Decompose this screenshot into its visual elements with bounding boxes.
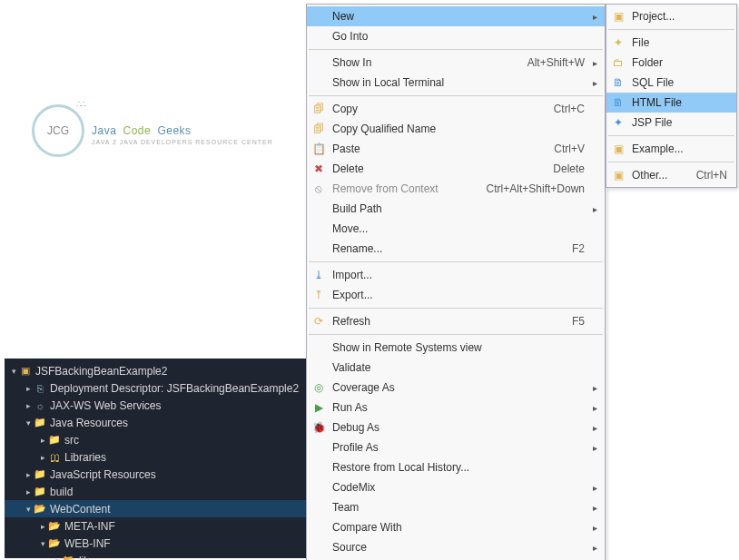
menu-show-remote[interactable]: Show in Remote Systems view bbox=[307, 338, 605, 358]
submenu-file[interactable]: ✦File bbox=[606, 33, 736, 53]
submenu-folder[interactable]: 🗀Folder bbox=[606, 53, 736, 73]
tree-java-resources[interactable]: ▾📁Java Resources bbox=[5, 414, 340, 431]
context-menu: New▸ Go Into Show InAlt+Shift+W▸ Show in… bbox=[306, 4, 606, 560]
menu-codemix[interactable]: CodeMix▸ bbox=[307, 477, 605, 497]
project-explorer[interactable]: ▾▣JSFBackingBeanExample2 ▸⎘Deployment De… bbox=[5, 359, 340, 558]
menu-rename[interactable]: Rename...F2 bbox=[307, 239, 605, 259]
submenu-new: ▣Project... ✦File 🗀Folder 🗎SQL File 🗎HTM… bbox=[606, 4, 737, 188]
menu-debug-as[interactable]: 🐞Debug As▸ bbox=[307, 418, 605, 437]
menu-profile-as[interactable]: Profile As▸ bbox=[307, 437, 605, 457]
tree-lib[interactable]: ▾📂lib bbox=[5, 552, 340, 560]
logo-badge: ∴∴ JCG bbox=[32, 104, 84, 157]
menu-import[interactable]: ⤓Import... bbox=[307, 265, 605, 285]
menu-coverage-as[interactable]: ◎Coverage As▸ bbox=[307, 378, 605, 398]
menu-separator bbox=[608, 162, 734, 162]
menu-show-local-terminal[interactable]: Show in Local Terminal▸ bbox=[307, 73, 605, 93]
tree-libraries[interactable]: ▸🕮Libraries bbox=[5, 448, 340, 466]
menu-source[interactable]: Source▸ bbox=[307, 537, 605, 557]
menu-separator bbox=[309, 334, 603, 335]
logo: ∴∴ JCG Java Code Geeks Java 2 Java Devel… bbox=[32, 104, 273, 157]
submenu-project[interactable]: ▣Project... bbox=[606, 6, 736, 26]
menu-separator bbox=[309, 49, 603, 50]
menu-delete[interactable]: ✖DeleteDelete bbox=[307, 159, 605, 179]
menu-move[interactable]: Move... bbox=[307, 219, 605, 239]
tree-js-resources[interactable]: ▸📁JavaScript Resources bbox=[5, 466, 340, 483]
menu-restore-history[interactable]: Restore from Local History... bbox=[307, 457, 605, 477]
menu-show-in[interactable]: Show InAlt+Shift+W▸ bbox=[307, 53, 605, 73]
menu-separator bbox=[309, 95, 603, 96]
menu-go-into[interactable]: Go Into bbox=[307, 26, 605, 46]
menu-separator bbox=[608, 135, 734, 136]
tree-project[interactable]: ▾▣JSFBackingBeanExample2 bbox=[5, 362, 340, 379]
menu-separator bbox=[309, 308, 603, 309]
menu-validate[interactable]: Validate bbox=[307, 358, 605, 378]
menu-separator bbox=[309, 261, 603, 262]
submenu-example[interactable]: ▣Example... bbox=[606, 139, 736, 159]
submenu-jsp-file[interactable]: ✦JSP File bbox=[606, 113, 736, 133]
menu-copy-qualified-name[interactable]: 🗐Copy Qualified Name bbox=[307, 119, 605, 139]
tree-webinf[interactable]: ▾📂WEB-INF bbox=[5, 535, 340, 552]
menu-compare-with[interactable]: Compare With▸ bbox=[307, 517, 605, 537]
submenu-sql-file[interactable]: 🗎SQL File bbox=[606, 73, 736, 93]
menu-remove-context: ⦸Remove from ContextCtrl+Alt+Shift+Down bbox=[307, 179, 605, 199]
tree-build[interactable]: ▸📁build bbox=[5, 483, 340, 500]
tree-metainf[interactable]: ▸📂META-INF bbox=[5, 517, 340, 535]
tree-src[interactable]: ▸📁src bbox=[5, 431, 340, 448]
menu-copy[interactable]: 🗐CopyCtrl+C bbox=[307, 99, 605, 119]
menu-refresh[interactable]: ⟳RefreshF5 bbox=[307, 311, 605, 331]
menu-export[interactable]: ⤒Export... bbox=[307, 285, 605, 305]
submenu-html-file[interactable]: 🗎HTML File bbox=[606, 93, 736, 113]
menu-new[interactable]: New▸ bbox=[307, 6, 605, 26]
menu-separator bbox=[608, 29, 734, 30]
tree-jaxws[interactable]: ▸☼JAX-WS Web Services bbox=[5, 397, 340, 414]
menu-team[interactable]: Team▸ bbox=[307, 497, 605, 517]
menu-paste[interactable]: 📋PasteCtrl+V bbox=[307, 139, 605, 159]
tree-deployment-descriptor[interactable]: ▸⎘Deployment Descriptor: JSFBackingBeanE… bbox=[5, 379, 340, 397]
submenu-other[interactable]: ▣Other...Ctrl+N bbox=[606, 165, 736, 185]
tree-webcontent[interactable]: ▾📂WebContent bbox=[5, 500, 340, 517]
menu-run-as[interactable]: ▶Run As▸ bbox=[307, 398, 605, 418]
menu-build-path[interactable]: Build Path▸ bbox=[307, 199, 605, 219]
